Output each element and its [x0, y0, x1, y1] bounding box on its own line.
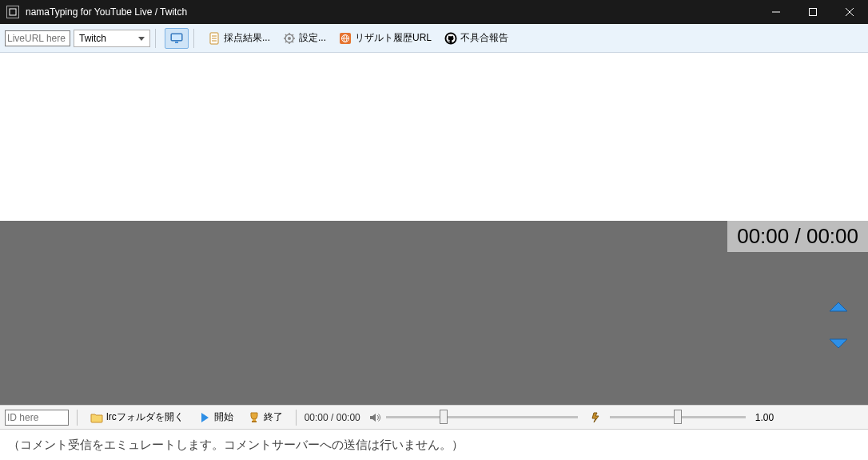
- comment-placeholder: （コメント受信をエミュレートします。コメントサーバーへの送信は行いません。）: [8, 438, 464, 453]
- svg-rect-0: [10, 9, 16, 15]
- lrc-folder-button[interactable]: lrcフォルダを開く: [86, 407, 189, 428]
- playback-time: 00:00 / 00:00: [305, 412, 360, 423]
- bugreport-button[interactable]: 不具合報告: [440, 28, 513, 49]
- svg-line-18: [285, 34, 287, 36]
- svg-marker-27: [830, 302, 847, 311]
- app-icon: [6, 6, 19, 18]
- lrc-folder-label: lrcフォルダを開く: [106, 410, 184, 424]
- bottom-toolbar: lrcフォルダを開く 開始 終了 00:00 / 00:00 1.00: [0, 405, 868, 429]
- start-label: 開始: [214, 410, 233, 424]
- end-label: 終了: [264, 410, 283, 424]
- scroll-up-button[interactable]: [828, 301, 849, 316]
- svg-line-20: [285, 41, 287, 42]
- settings-button[interactable]: 設定...: [278, 28, 331, 49]
- result-url-button[interactable]: リザルト履歴URL: [334, 28, 436, 49]
- end-button[interactable]: 終了: [243, 407, 288, 428]
- id-input[interactable]: [5, 410, 69, 426]
- result-url-label: リザルト履歴URL: [355, 31, 432, 45]
- scroll-down-button[interactable]: [828, 337, 849, 352]
- gear-icon: [283, 32, 296, 45]
- speed-value: 1.00: [755, 412, 774, 423]
- svg-line-21: [293, 34, 294, 36]
- svg-marker-32: [370, 414, 376, 422]
- speed-slider[interactable]: [610, 410, 746, 426]
- score-button[interactable]: 採点結果...: [203, 28, 275, 49]
- svg-rect-31: [252, 421, 257, 422]
- minimize-button[interactable]: [758, 0, 794, 24]
- github-icon: [444, 32, 457, 45]
- volume-icon[interactable]: [368, 411, 381, 424]
- close-button[interactable]: [831, 0, 868, 24]
- trophy-icon: [248, 411, 261, 424]
- content-gray-area: 00:00 / 00:00: [0, 221, 868, 405]
- separator: [77, 410, 78, 426]
- speed-icon: [587, 411, 600, 424]
- separator: [193, 29, 198, 48]
- live-url-input[interactable]: [5, 30, 70, 46]
- svg-marker-28: [830, 339, 847, 348]
- platform-select[interactable]: Twitch: [74, 30, 150, 47]
- separator: [296, 410, 297, 426]
- play-icon: [198, 411, 211, 424]
- start-button[interactable]: 開始: [193, 407, 238, 428]
- folder-icon: [90, 411, 103, 424]
- web-icon: [339, 32, 352, 45]
- svg-line-19: [293, 41, 294, 42]
- document-icon: [208, 32, 221, 45]
- svg-point-13: [288, 37, 291, 40]
- svg-rect-2: [810, 9, 817, 16]
- window-title: namaTyping for YouTube Live / Twitch: [26, 6, 758, 18]
- comment-bar[interactable]: （コメント受信をエミュレートします。コメントサーバーへの送信は行いません。）: [0, 429, 868, 460]
- timer-display: 00:00 / 00:00: [727, 221, 868, 252]
- monitor-icon: [170, 32, 183, 45]
- titlebar: namaTyping for YouTube Live / Twitch: [0, 0, 868, 24]
- content-white-area: [0, 53, 868, 221]
- score-label: 採点結果...: [224, 31, 270, 45]
- view-mode-button[interactable]: [165, 28, 189, 49]
- bugreport-label: 不具合報告: [460, 31, 508, 45]
- maximize-button[interactable]: [794, 0, 831, 24]
- platform-selected-label: Twitch: [79, 33, 106, 44]
- settings-label: 設定...: [299, 31, 326, 45]
- svg-rect-6: [172, 34, 181, 40]
- top-toolbar: Twitch 採点結果... 設定... リザルト履歴URL 不具合報告: [0, 24, 868, 53]
- svg-rect-7: [175, 42, 178, 43]
- svg-marker-29: [201, 413, 209, 422]
- seek-slider[interactable]: [386, 410, 578, 426]
- svg-rect-30: [253, 419, 256, 421]
- separator: [155, 29, 160, 48]
